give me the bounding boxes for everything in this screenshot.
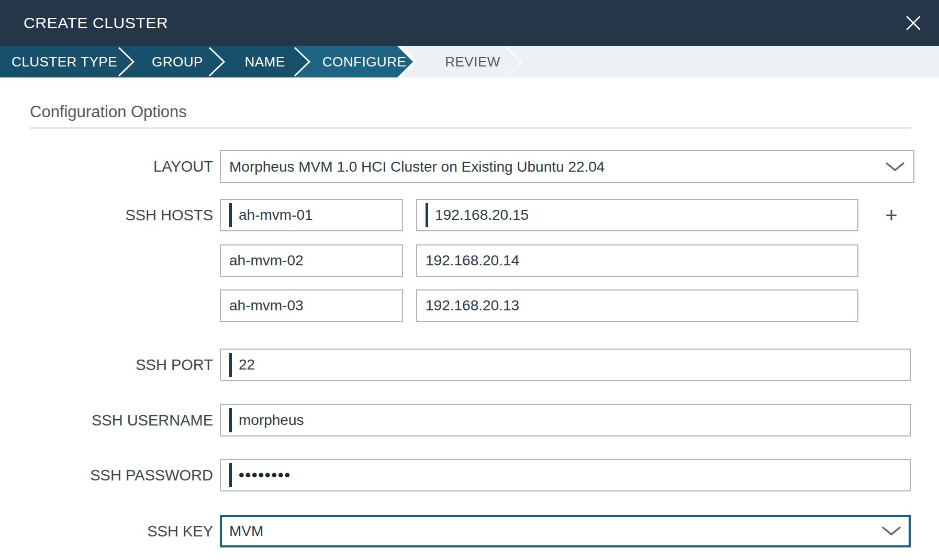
ssh-host-address-input[interactable]: 192.168.20.15	[416, 199, 858, 231]
step-review[interactable]: REVIEW	[445, 46, 500, 77]
ssh-host-address-value: 192.168.20.13	[426, 297, 519, 314]
modal-title: CREATE CLUSTER	[24, 14, 168, 32]
ssh-host-name-input[interactable]: ah-mvm-02	[220, 244, 403, 277]
layout-label: LAYOUT	[153, 150, 213, 183]
ssh-host-name-input[interactable]: ah-mvm-03	[220, 289, 403, 322]
step-cluster-type[interactable]: CLUSTER TYPE	[12, 46, 117, 77]
close-icon[interactable]	[903, 13, 923, 33]
ssh-username-label: SSH USERNAME	[92, 404, 213, 436]
ssh-host-name-input[interactable]: ah-mvm-01	[220, 199, 403, 231]
ssh-port-input[interactable]: 22	[220, 349, 911, 381]
chevron-down-icon	[885, 162, 905, 172]
step-separator-chevron-icon	[505, 46, 523, 77]
modal-header: CREATE CLUSTER	[0, 0, 939, 46]
ssh-password-masked-value: ••••••••	[239, 466, 291, 484]
step-separator-chevron-icon	[208, 46, 226, 77]
ssh-host-address-input[interactable]: 192.168.20.13	[416, 289, 858, 322]
ssh-hosts-label: SSH HOSTS	[125, 199, 213, 231]
ssh-key-select-value: MVM	[229, 523, 263, 540]
ssh-password-label: SSH PASSWORD	[90, 459, 213, 491]
field-modified-bar	[426, 203, 428, 227]
ssh-port-label: SSH PORT	[136, 349, 213, 381]
create-cluster-modal: CREATE CLUSTER CLUSTER TYPE GROUP NAME C…	[0, 0, 939, 560]
field-modified-bar	[229, 203, 232, 227]
layout-select-value: Morpheus MVM 1.0 HCI Cluster on Existing…	[229, 159, 605, 175]
layout-select[interactable]: Morpheus MVM 1.0 HCI Cluster on Existing…	[220, 150, 914, 183]
step-configure[interactable]: CONFIGURE	[322, 46, 407, 77]
ssh-host-address-value: 192.168.20.14	[426, 252, 519, 269]
step-separator-chevron-icon	[117, 46, 135, 77]
ssh-host-name-value: ah-mvm-01	[239, 207, 313, 223]
ssh-host-name-value: ah-mvm-02	[229, 252, 304, 269]
field-modified-bar	[229, 408, 232, 432]
ssh-host-address-value: 192.168.20.15	[435, 207, 529, 223]
ssh-username-value: morpheus	[239, 412, 304, 429]
add-host-button[interactable]: +	[880, 202, 903, 228]
ssh-key-label: SSH KEY	[147, 515, 213, 547]
step-name[interactable]: NAME	[244, 46, 285, 77]
wizard-step-bar: CLUSTER TYPE GROUP NAME CONFIGURE REVIEW	[0, 46, 939, 77]
field-modified-bar	[229, 353, 232, 377]
ssh-username-input[interactable]: morpheus	[220, 404, 911, 436]
step-group[interactable]: GROUP	[152, 46, 203, 77]
ssh-port-value: 22	[239, 356, 255, 373]
ssh-host-name-value: ah-mvm-03	[229, 297, 304, 314]
ssh-key-select[interactable]: MVM	[220, 515, 911, 547]
ssh-host-address-input[interactable]: 192.168.20.14	[416, 244, 858, 277]
field-modified-bar	[229, 463, 232, 487]
section-divider	[30, 127, 911, 129]
section-title: Configuration Options	[30, 103, 187, 121]
step-separator-chevron-icon	[293, 46, 311, 77]
chevron-down-icon	[881, 526, 901, 536]
ssh-password-input[interactable]: ••••••••	[220, 459, 911, 491]
